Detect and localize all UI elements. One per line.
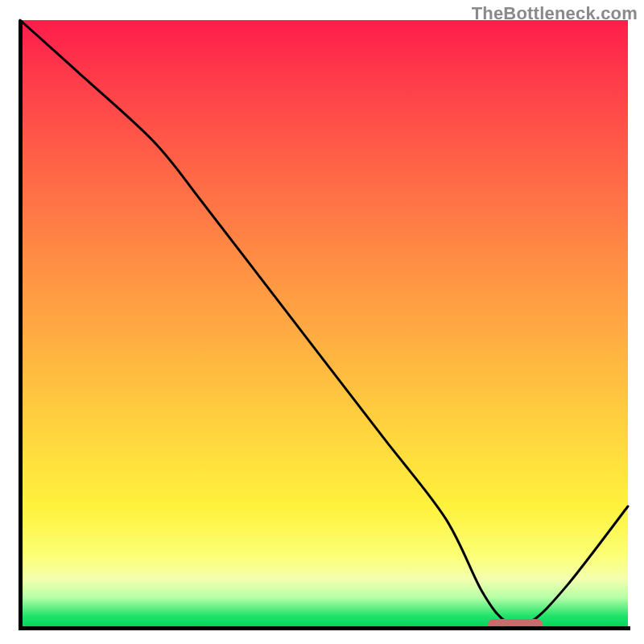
y-axis [19,20,23,630]
chart-container: TheBottleneck.com [0,0,644,644]
x-axis [19,626,630,630]
plot-area [20,20,628,628]
bottleneck-curve [20,20,628,628]
